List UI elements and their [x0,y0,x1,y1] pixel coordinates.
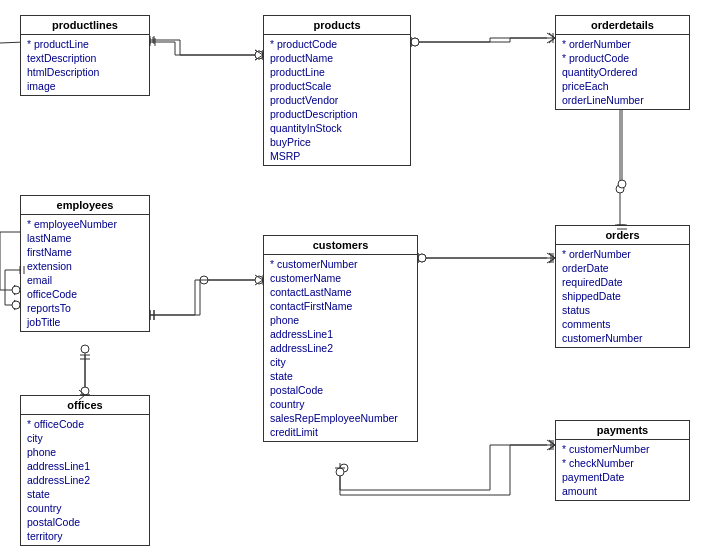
entity-employees: employees * employeeNumber lastName firs… [20,195,150,332]
field-country-cust: country [270,397,411,411]
entity-orderdetails-header: orderdetails [556,16,689,35]
svg-point-85 [12,301,20,309]
field-postalcode-off: postalCode [27,515,143,529]
entity-payments: payments * customerNumber * checkNumber … [555,420,690,501]
field-extension: extension [27,259,143,273]
field-productline: productLine [270,65,404,79]
svg-point-91 [81,387,89,395]
svg-point-10 [255,51,263,59]
field-addressline2-off: addressLine2 [27,473,143,487]
field-customernumber: * customerNumber [270,257,411,271]
erd-diagram: productlines * productLine textDescripti… [0,0,701,560]
field-orderdate: orderDate [562,261,683,275]
entity-orders-body: * orderNumber orderDate requiredDate shi… [556,245,689,347]
field-city-off: city [27,431,143,445]
field-comments: comments [562,317,683,331]
entity-payments-header: payments [556,421,689,440]
field-addressline1-off: addressLine1 [27,459,143,473]
svg-line-103 [255,280,263,285]
svg-point-77 [618,180,626,188]
field-creditlimit: creditLimit [270,425,411,439]
field-paymentdate: paymentDate [562,470,683,484]
field-lastname: lastName [27,231,143,245]
entity-customers: customers * customerNumber customerName … [263,235,418,442]
entity-productlines-header: productlines [21,16,149,35]
svg-point-39 [200,276,208,284]
field-productcode: * productCode [270,37,404,51]
field-reportsto: reportsTo [27,301,143,315]
svg-line-47 [547,253,555,258]
field-image: image [27,79,143,93]
field-requireddate: requiredDate [562,275,683,289]
field-amount: amount [562,484,683,498]
entity-products-body: * productCode productName productLine pr… [264,35,410,165]
field-phone-off: phone [27,445,143,459]
entity-orderdetails: orderdetails * orderNumber * productCode… [555,15,690,110]
entity-products: products * productCode productName produ… [263,15,411,166]
field-state-off: state [27,487,143,501]
svg-line-66 [255,50,263,55]
svg-line-16 [547,38,555,43]
svg-point-105 [418,254,426,262]
entity-offices-header: offices [21,396,149,415]
field-customernumber-pay: * customerNumber [562,442,683,456]
svg-point-45 [418,254,426,262]
field-state-cust: state [270,369,411,383]
field-buyprice: buyPrice [270,135,404,149]
svg-line-4 [255,55,263,60]
entity-offices: offices * officeCode city phone addressL… [20,395,150,546]
field-productdescription: productDescription [270,107,404,121]
field-phone-cust: phone [270,313,411,327]
field-customernumber-ord: customerNumber [562,331,683,345]
field-ordernumber-ord: * orderNumber [562,247,683,261]
entity-orderdetails-body: * orderNumber * productCode quantityOrde… [556,35,689,109]
field-salesrepemployeenumber: salesRepEmployeeNumber [270,411,411,425]
field-orderlinenumber: orderLineNumber [562,93,683,107]
svg-point-30 [12,286,20,294]
svg-point-100 [255,276,263,284]
field-officecode: * officeCode [27,417,143,431]
field-textdescription: textDescription [27,51,143,65]
svg-line-48 [547,258,555,263]
svg-line-56 [547,440,555,445]
field-contactlastname: contactLastName [270,285,411,299]
svg-point-64 [255,51,263,59]
svg-line-15 [547,33,555,38]
field-ordernumber: * orderNumber [562,37,683,51]
entity-customers-body: * customerNumber customerName contactLas… [264,255,417,441]
field-contactfirstname: contactFirstName [270,299,411,313]
field-productscale: productScale [270,79,404,93]
entity-employees-body: * employeeNumber lastName firstName exte… [21,215,149,331]
field-addressline1-cust: addressLine1 [270,327,411,341]
svg-line-67 [255,55,263,60]
field-productname: productName [270,51,404,65]
field-jobtitle: jobTitle [27,315,143,329]
field-addressline2-cust: addressLine2 [270,341,411,355]
field-productvendor: productVendor [270,93,404,107]
field-quantityordered: quantityOrdered [562,65,683,79]
field-shippeddate: shippedDate [562,289,683,303]
field-territory: territory [27,529,143,543]
field-email: email [27,273,143,287]
entity-productlines-body: * productLine textDescription htmlDescri… [21,35,149,95]
entity-offices-body: * officeCode city phone addressLine1 add… [21,415,149,545]
entity-customers-header: customers [264,236,417,255]
entity-payments-body: * customerNumber * checkNumber paymentDa… [556,440,689,500]
svg-point-114 [336,468,344,476]
svg-point-18 [411,38,419,46]
field-country-off: country [27,501,143,515]
field-htmldescription: htmlDescription [27,65,143,79]
svg-point-33 [81,345,89,353]
field-officecode-emp: officeCode [27,287,143,301]
field-postalcode-cust: postalCode [270,383,411,397]
field-firstname: firstName [27,245,143,259]
svg-point-22 [616,185,624,193]
field-city-cust: city [270,355,411,369]
svg-line-102 [255,275,263,280]
field-customername: customerName [270,271,411,285]
svg-line-57 [547,445,555,450]
field-employeenumber: * employeeNumber [27,217,143,231]
field-productline: * productLine [27,37,143,51]
field-status: status [562,303,683,317]
field-productcode-od: * productCode [562,51,683,65]
